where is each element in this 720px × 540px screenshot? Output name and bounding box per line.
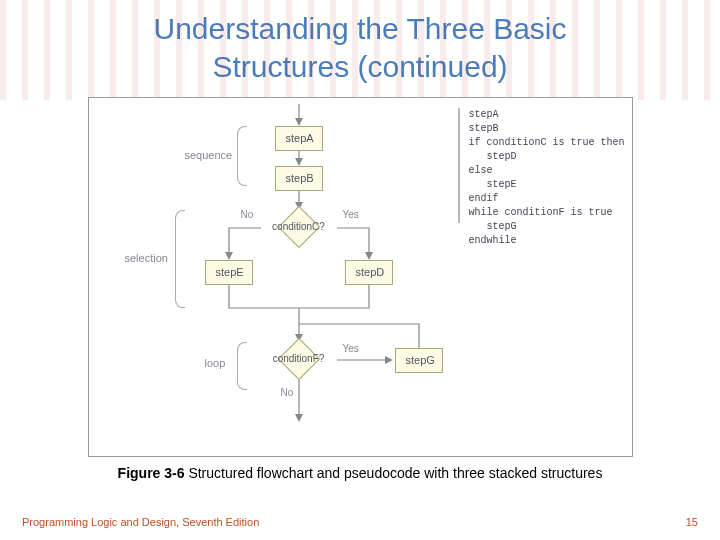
footer-page-number: 15 [686,516,698,528]
svg-marker-7 [365,252,373,260]
condC-no-label: No [241,210,254,220]
slide-title: Understanding the Three Basic Structures… [0,0,720,93]
process-stepA: stepA [275,126,323,151]
brace-selection [175,210,185,308]
process-stepB: stepB [275,166,323,191]
stepD-label: stepD [356,266,385,278]
figure-caption: Figure 3-6 Structured flowchart and pseu… [0,465,720,481]
brace-sequence [237,126,247,186]
title-line-1: Understanding the Three Basic [153,12,566,45]
stepB-label: stepB [286,172,314,184]
conditionF-label: conditionF? [259,354,339,364]
process-stepG: stepG [395,348,443,373]
brace-loop [237,342,247,390]
condC-yes-label: Yes [343,210,359,220]
label-selection: selection [125,253,168,264]
svg-marker-6 [225,252,233,260]
figure-container: stepA stepB conditionC? No Yes stepE ste… [88,97,633,457]
stepA-label: stepA [286,132,314,144]
process-stepE: stepE [205,260,253,285]
stepE-label: stepE [216,266,244,278]
footer-book-title: Programming Logic and Design, Seventh Ed… [22,516,259,528]
conditionC-label: conditionC? [259,222,339,232]
title-line-2: Structures (continued) [212,50,507,83]
svg-marker-12 [295,414,303,422]
stepG-label: stepG [406,354,435,366]
svg-marker-3 [295,158,303,166]
process-stepD: stepD [345,260,393,285]
caption-text: Structured flowchart and pseudocode with… [185,465,603,481]
condF-no-label: No [281,388,294,398]
svg-marker-10 [385,356,393,364]
label-sequence: sequence [185,150,233,161]
label-loop: loop [205,358,226,369]
pseudocode-block: stepA stepB if conditionC is true then s… [469,108,625,248]
condF-yes-label: Yes [343,344,359,354]
svg-marker-1 [295,118,303,126]
caption-prefix: Figure 3-6 [118,465,185,481]
